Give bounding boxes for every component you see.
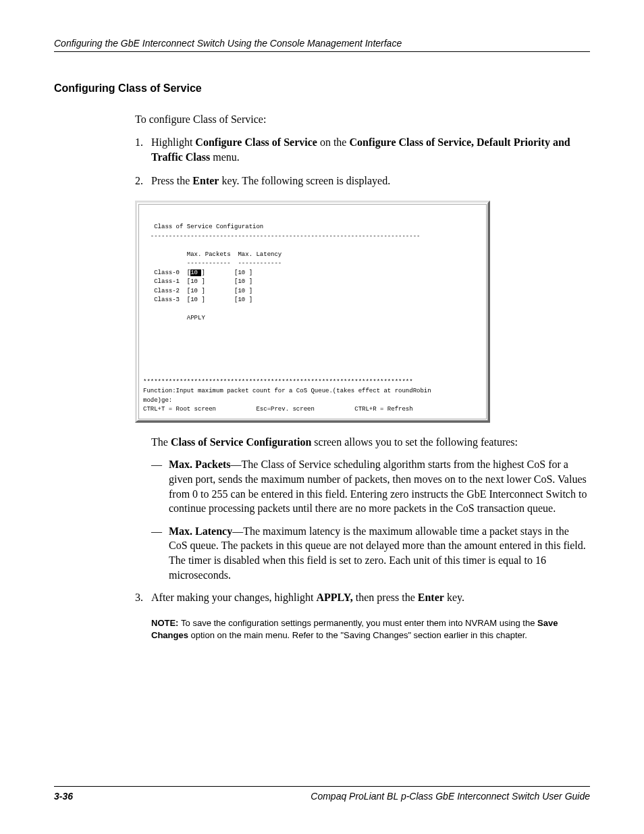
footer-title: Compaq ProLiant BL p-Class GbE Interconn…: [311, 791, 590, 802]
feature-list: — Max. Packets—The Class of Service sche…: [151, 457, 590, 582]
terminal-content: Class of Service Configuration ---------…: [138, 204, 487, 419]
feature-max-latency: — Max. Latency—The maximum latency is th…: [151, 524, 590, 582]
step-1: 1. Highlight Configure Class of Service …: [135, 135, 590, 164]
header-text: Configuring the GbE Interconnect Switch …: [54, 38, 402, 49]
step-list-continued: 3. After making your changes, highlight …: [135, 590, 590, 605]
step-number: 3.: [135, 590, 151, 605]
intro-text: To configure Class of Service:: [135, 113, 590, 126]
step-number: 1.: [135, 135, 151, 164]
step-list: 1. Highlight Configure Class of Service …: [135, 135, 590, 188]
feature-max-packets: — Max. Packets—The Class of Service sche…: [151, 457, 590, 515]
step-content: After making your changes, highlight APP…: [151, 590, 590, 605]
after-screenshot-text: The Class of Service Configuration scree…: [151, 435, 590, 450]
page-footer: 3-36 Compaq ProLiant BL p-Class GbE Inte…: [54, 786, 590, 802]
step-3: 3. After making your changes, highlight …: [135, 590, 590, 605]
page-header: Configuring the GbE Interconnect Switch …: [54, 37, 590, 52]
section-heading: Configuring Class of Service: [54, 82, 590, 95]
step-content: Highlight Configure Class of Service on …: [151, 135, 590, 164]
note-box: NOTE: To save the configuration settings…: [151, 617, 570, 642]
step-content: Press the Enter key. The following scree…: [151, 174, 590, 188]
selected-field: 10: [190, 269, 201, 276]
step-2: 2. Press the Enter key. The following sc…: [135, 174, 590, 188]
step-number: 2.: [135, 174, 151, 188]
terminal-screenshot: Class of Service Configuration ---------…: [135, 201, 490, 423]
page-number: 3-36: [54, 791, 73, 802]
